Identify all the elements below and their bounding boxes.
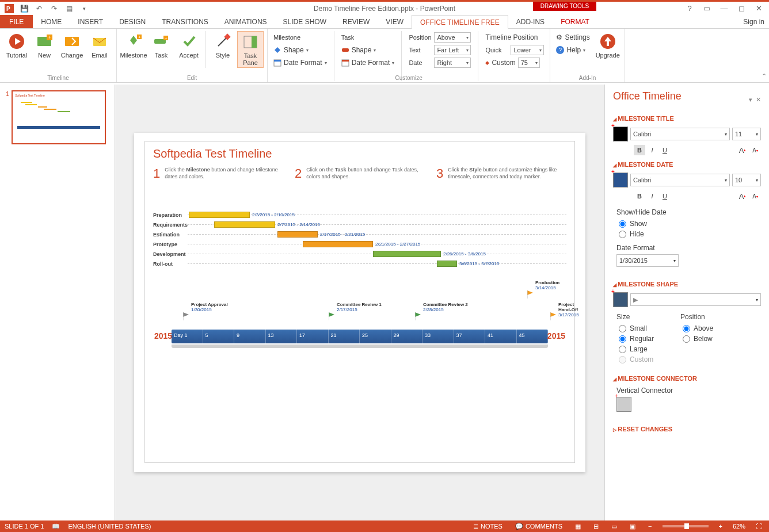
slideshow-view-icon[interactable]: ▣	[627, 523, 638, 530]
tab-transitions[interactable]: TRANSITIONS	[154, 15, 216, 28]
milestone-shape-dropdown[interactable]: Shape ▾	[271, 44, 329, 56]
italic-button[interactable]: I	[646, 145, 658, 155]
milestone-dateformat-dropdown[interactable]: Date Format ▾	[271, 56, 329, 69]
quick-combo[interactable]: Lower	[511, 45, 544, 55]
sign-in-link[interactable]: Sign in	[743, 15, 764, 29]
milestone-button[interactable]: +Milestone	[120, 31, 147, 68]
app-icon[interactable]: P	[2, 3, 16, 14]
pane-close-icon[interactable]: ✕	[756, 96, 761, 104]
title-size-combo[interactable]: 11▾	[732, 128, 761, 140]
ribbon-options-icon[interactable]: ▭	[699, 3, 715, 14]
svg-text:P: P	[6, 6, 10, 12]
size-regular-radio[interactable]	[619, 335, 626, 343]
task-button[interactable]: +Task	[148, 31, 174, 68]
undo-icon[interactable]: ↶	[32, 3, 46, 14]
fit-to-window-icon[interactable]: ⛶	[753, 523, 764, 530]
spellcheck-icon[interactable]: 📖	[52, 523, 60, 530]
collapse-ribbon-icon[interactable]: ⌃	[762, 72, 767, 80]
normal-view-icon[interactable]: ▦	[573, 523, 583, 530]
new-button[interactable]: +New	[31, 31, 58, 60]
task-dateformat-dropdown[interactable]: Date Format ▾	[339, 56, 397, 69]
start-slideshow-icon[interactable]: ▤	[62, 3, 76, 14]
tab-home[interactable]: HOME	[33, 15, 70, 28]
title-font-combo[interactable]: Calibri▾	[630, 128, 730, 140]
change-button[interactable]: Change	[59, 31, 85, 60]
connector-color-swatch[interactable]	[616, 397, 631, 412]
task-pane-button[interactable]: Task Pane	[237, 31, 264, 68]
date-size-combo[interactable]: 10▾	[732, 174, 761, 186]
qat-more-icon[interactable]: ▾	[77, 3, 91, 14]
thumbnail-1[interactable]: 1 Softpedia Test Timeline	[6, 90, 109, 144]
tab-animations[interactable]: ANIMATIONS	[216, 15, 275, 28]
section-milestone-shape[interactable]: MILESTONE SHAPE	[613, 281, 761, 288]
tab-format[interactable]: FORMAT	[553, 15, 597, 28]
date-font-combo[interactable]: Calibri▾	[630, 174, 730, 186]
zoom-level[interactable]: 62%	[733, 523, 745, 530]
tab-slideshow[interactable]: SLIDE SHOW	[275, 15, 334, 28]
help-icon[interactable]: ?	[682, 3, 698, 14]
title-color-swatch[interactable]	[613, 127, 628, 141]
redo-icon[interactable]: ↷	[47, 3, 61, 14]
help-button[interactable]: ? Help ▾	[554, 44, 592, 56]
date-color-swatch[interactable]	[613, 173, 628, 187]
tab-view[interactable]: VIEW	[378, 15, 412, 28]
zoom-slider[interactable]	[663, 525, 709, 527]
settings-button[interactable]: ⚙ Settings	[554, 31, 592, 44]
upgrade-button[interactable]: Upgrade	[595, 31, 621, 81]
shape-combo[interactable]: ▶▾	[630, 293, 761, 306]
grow-font-button[interactable]: A▴	[737, 145, 748, 155]
milestone: Production3/14/2015	[528, 280, 559, 290]
position-combo[interactable]: Above	[434, 32, 471, 43]
task-shape-dropdown[interactable]: Shape ▾	[339, 44, 397, 56]
tab-office-timeline-free[interactable]: OFFICE TIMELINE FREE	[412, 15, 508, 29]
zoom-out-button[interactable]: −	[646, 523, 654, 530]
section-milestone-date[interactable]: MILESTONE DATE	[613, 161, 761, 168]
section-reset-changes[interactable]: RESET CHANGES	[613, 426, 761, 433]
zoom-in-button[interactable]: +	[717, 523, 725, 530]
size-small-radio[interactable]	[619, 325, 626, 332]
date-italic-button[interactable]: I	[646, 191, 658, 201]
save-icon[interactable]: 💾	[17, 3, 31, 14]
size-large-radio[interactable]	[619, 346, 626, 353]
comments-button[interactable]: 💬 COMMENTS	[513, 523, 565, 530]
custom-input[interactable]: 75	[518, 58, 540, 68]
task-pane: Office Timeline ▾ ✕ MILESTONE TITLE Cali…	[604, 85, 769, 520]
tab-review[interactable]: REVIEW	[334, 15, 378, 28]
section-milestone-connector[interactable]: MILESTONE CONNECTOR	[613, 375, 761, 382]
pos-above-radio[interactable]	[683, 325, 690, 332]
style-button[interactable]: Style	[210, 31, 236, 68]
pane-menu-icon[interactable]: ▾	[749, 96, 752, 104]
minimize-icon[interactable]: —	[716, 3, 732, 14]
tutorial-button[interactable]: Tutorial	[3, 31, 30, 60]
tab-file[interactable]: FILE	[0, 15, 33, 28]
section-milestone-title[interactable]: MILESTONE TITLE	[613, 115, 761, 122]
slide-count: SLIDE 1 OF 1	[5, 523, 44, 530]
notes-button[interactable]: ≣ NOTES	[471, 523, 505, 530]
close-icon[interactable]: ✕	[751, 3, 767, 14]
pos-below-radio[interactable]	[683, 335, 690, 343]
date-bold-button[interactable]: B	[634, 191, 645, 201]
shape-color-swatch[interactable]	[613, 292, 628, 307]
size-custom-radio[interactable]	[619, 356, 626, 363]
show-radio[interactable]	[619, 220, 626, 228]
sorter-view-icon[interactable]: ⊞	[591, 523, 601, 530]
underline-button[interactable]: U	[659, 145, 671, 155]
accept-button[interactable]: Accept	[176, 31, 202, 68]
language-label[interactable]: ENGLISH (UNITED STATES)	[68, 523, 151, 530]
date-underline-button[interactable]: U	[659, 191, 671, 201]
slide-canvas[interactable]: Softpedia Test Timeline 1Click the Miles…	[115, 85, 604, 520]
tab-insert[interactable]: INSERT	[70, 15, 111, 28]
reading-view-icon[interactable]: ▭	[609, 523, 619, 530]
bold-button[interactable]: B	[634, 145, 645, 155]
date-shrink-font-button[interactable]: A▾	[749, 191, 761, 201]
date-grow-font-button[interactable]: A▴	[737, 191, 748, 201]
maximize-icon[interactable]: ◻	[733, 3, 749, 14]
dateformat-combo[interactable]: 1/30/2015▾	[616, 254, 679, 267]
hide-radio[interactable]	[619, 231, 626, 238]
date-combo[interactable]: Right	[434, 58, 471, 68]
email-button[interactable]: Email	[86, 31, 113, 60]
text-combo[interactable]: Far Left	[434, 45, 471, 55]
tab-addins[interactable]: ADD-INS	[508, 15, 553, 28]
tab-design[interactable]: DESIGN	[111, 15, 154, 28]
shrink-font-button[interactable]: A▾	[749, 145, 761, 155]
